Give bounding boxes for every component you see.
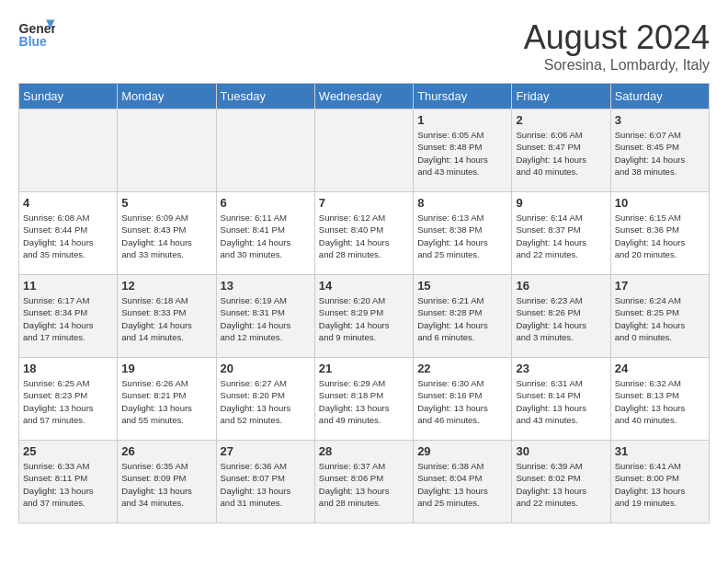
calendar-cell: 8Sunrise: 6:13 AM Sunset: 8:38 PM Daylig… [414,192,512,275]
day-info: Sunrise: 6:37 AM Sunset: 8:06 PM Dayligh… [319,460,409,509]
calendar-cell: 14Sunrise: 6:20 AM Sunset: 8:29 PM Dayli… [314,275,413,358]
logo-icon: General Blue [18,18,55,51]
calendar-cell: 28Sunrise: 6:37 AM Sunset: 8:06 PM Dayli… [314,441,413,523]
calendar-cell: 1Sunrise: 6:05 AM Sunset: 8:48 PM Daylig… [414,109,512,192]
day-number: 26 [121,444,211,458]
weekday-header-wednesday: Wednesday [314,84,413,109]
day-number: 2 [516,113,606,127]
day-info: Sunrise: 6:24 AM Sunset: 8:25 PM Dayligh… [615,294,705,343]
calendar-cell: 4Sunrise: 6:08 AM Sunset: 8:44 PM Daylig… [19,192,118,275]
day-info: Sunrise: 6:38 AM Sunset: 8:04 PM Dayligh… [417,460,507,509]
day-number: 5 [121,196,211,210]
day-number: 7 [319,196,409,210]
day-info: Sunrise: 6:23 AM Sunset: 8:26 PM Dayligh… [516,294,606,343]
calendar-week-row: 18Sunrise: 6:25 AM Sunset: 8:23 PM Dayli… [19,358,710,441]
calendar-cell: 30Sunrise: 6:39 AM Sunset: 8:02 PM Dayli… [512,441,610,523]
day-number: 31 [615,444,705,458]
day-info: Sunrise: 6:33 AM Sunset: 8:11 PM Dayligh… [23,460,113,509]
calendar-title: August 2024 [524,18,710,57]
day-number: 8 [417,196,507,210]
day-number: 21 [319,362,409,375]
calendar-cell: 10Sunrise: 6:15 AM Sunset: 8:36 PM Dayli… [610,192,709,275]
day-number: 17 [615,279,705,293]
calendar-cell: 11Sunrise: 6:17 AM Sunset: 8:34 PM Dayli… [19,275,118,358]
calendar-cell: 3Sunrise: 6:07 AM Sunset: 8:45 PM Daylig… [610,109,709,192]
calendar-week-row: 1Sunrise: 6:05 AM Sunset: 8:48 PM Daylig… [19,109,710,192]
calendar-cell: 24Sunrise: 6:32 AM Sunset: 8:13 PM Dayli… [610,358,709,441]
weekday-header-saturday: Saturday [610,84,709,109]
calendar-cell: 2Sunrise: 6:06 AM Sunset: 8:47 PM Daylig… [512,109,610,192]
calendar-cell [216,109,314,192]
day-info: Sunrise: 6:20 AM Sunset: 8:29 PM Dayligh… [319,294,409,343]
day-info: Sunrise: 6:05 AM Sunset: 8:48 PM Dayligh… [417,129,507,178]
day-number: 6 [221,196,311,210]
day-info: Sunrise: 6:15 AM Sunset: 8:36 PM Dayligh… [615,212,705,260]
calendar-cell: 9Sunrise: 6:14 AM Sunset: 8:37 PM Daylig… [512,192,610,275]
weekday-header-friday: Friday [512,84,610,109]
calendar-cell: 15Sunrise: 6:21 AM Sunset: 8:28 PM Dayli… [414,275,512,358]
day-info: Sunrise: 6:12 AM Sunset: 8:40 PM Dayligh… [319,212,409,260]
day-number: 15 [417,279,507,293]
calendar-week-row: 11Sunrise: 6:17 AM Sunset: 8:34 PM Dayli… [19,275,710,358]
calendar-cell: 25Sunrise: 6:33 AM Sunset: 8:11 PM Dayli… [19,441,118,523]
calendar-cell: 18Sunrise: 6:25 AM Sunset: 8:23 PM Dayli… [19,358,118,441]
calendar-cell [314,109,413,192]
day-number: 11 [23,279,113,293]
calendar-cell: 6Sunrise: 6:11 AM Sunset: 8:41 PM Daylig… [216,192,314,275]
calendar-cell: 22Sunrise: 6:30 AM Sunset: 8:16 PM Dayli… [414,358,512,441]
day-info: Sunrise: 6:13 AM Sunset: 8:38 PM Dayligh… [417,212,507,260]
calendar-cell: 16Sunrise: 6:23 AM Sunset: 8:26 PM Dayli… [512,275,610,358]
day-info: Sunrise: 6:07 AM Sunset: 8:45 PM Dayligh… [615,129,705,178]
day-info: Sunrise: 6:08 AM Sunset: 8:44 PM Dayligh… [23,212,113,260]
day-info: Sunrise: 6:26 AM Sunset: 8:21 PM Dayligh… [121,377,211,426]
day-info: Sunrise: 6:21 AM Sunset: 8:28 PM Dayligh… [417,294,507,343]
day-number: 22 [417,362,507,375]
day-number: 12 [121,279,211,293]
day-info: Sunrise: 6:30 AM Sunset: 8:16 PM Dayligh… [417,377,507,426]
day-number: 16 [516,279,606,293]
calendar-cell [19,109,118,192]
calendar-cell: 12Sunrise: 6:18 AM Sunset: 8:33 PM Dayli… [118,275,216,358]
calendar-cell: 19Sunrise: 6:26 AM Sunset: 8:21 PM Dayli… [118,358,216,441]
day-info: Sunrise: 6:06 AM Sunset: 8:47 PM Dayligh… [516,129,606,178]
weekday-header-tuesday: Tuesday [216,84,314,109]
calendar-cell: 27Sunrise: 6:36 AM Sunset: 8:07 PM Dayli… [216,441,314,523]
day-info: Sunrise: 6:41 AM Sunset: 8:00 PM Dayligh… [615,460,705,509]
calendar-table: SundayMondayTuesdayWednesdayThursdayFrid… [18,83,710,523]
calendar-cell: 21Sunrise: 6:29 AM Sunset: 8:18 PM Dayli… [314,358,413,441]
calendar-cell [118,109,216,192]
day-number: 27 [221,444,311,458]
day-number: 20 [221,362,311,375]
page-header: General Blue August 2024 Soresina, Lomba… [18,18,710,74]
calendar-cell: 26Sunrise: 6:35 AM Sunset: 8:09 PM Dayli… [118,441,216,523]
calendar-cell: 20Sunrise: 6:27 AM Sunset: 8:20 PM Dayli… [216,358,314,441]
day-number: 28 [319,444,409,458]
day-info: Sunrise: 6:25 AM Sunset: 8:23 PM Dayligh… [23,377,113,426]
day-info: Sunrise: 6:19 AM Sunset: 8:31 PM Dayligh… [221,294,311,343]
day-info: Sunrise: 6:11 AM Sunset: 8:41 PM Dayligh… [221,212,311,260]
calendar-cell: 31Sunrise: 6:41 AM Sunset: 8:00 PM Dayli… [610,441,709,523]
day-number: 30 [516,444,606,458]
weekday-header-thursday: Thursday [414,84,512,109]
day-info: Sunrise: 6:35 AM Sunset: 8:09 PM Dayligh… [121,460,211,509]
calendar-cell: 17Sunrise: 6:24 AM Sunset: 8:25 PM Dayli… [610,275,709,358]
day-info: Sunrise: 6:14 AM Sunset: 8:37 PM Dayligh… [516,212,606,260]
day-number: 9 [516,196,606,210]
calendar-cell: 13Sunrise: 6:19 AM Sunset: 8:31 PM Dayli… [216,275,314,358]
weekday-header-sunday: Sunday [19,84,118,109]
day-number: 1 [417,113,507,127]
day-info: Sunrise: 6:27 AM Sunset: 8:20 PM Dayligh… [221,377,311,426]
day-number: 25 [23,444,113,458]
day-info: Sunrise: 6:32 AM Sunset: 8:13 PM Dayligh… [615,377,705,426]
weekday-header-row: SundayMondayTuesdayWednesdayThursdayFrid… [19,84,710,109]
calendar-cell: 29Sunrise: 6:38 AM Sunset: 8:04 PM Dayli… [414,441,512,523]
day-info: Sunrise: 6:09 AM Sunset: 8:43 PM Dayligh… [121,212,211,260]
calendar-cell: 23Sunrise: 6:31 AM Sunset: 8:14 PM Dayli… [512,358,610,441]
day-info: Sunrise: 6:17 AM Sunset: 8:34 PM Dayligh… [23,294,113,343]
day-number: 29 [417,444,507,458]
day-number: 19 [121,362,211,375]
svg-text:Blue: Blue [19,34,48,49]
calendar-week-row: 4Sunrise: 6:08 AM Sunset: 8:44 PM Daylig… [19,192,710,275]
day-number: 13 [221,279,311,293]
logo: General Blue [18,18,59,51]
